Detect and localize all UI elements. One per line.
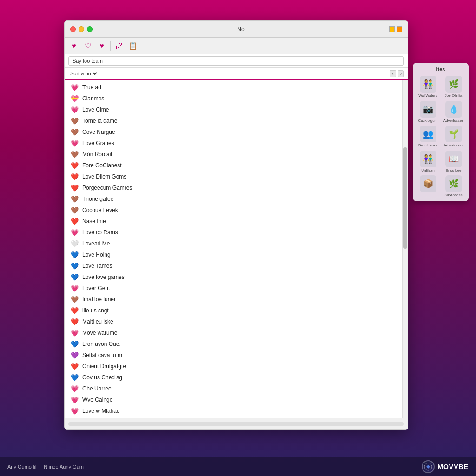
- panel-item[interactable]: 📖 Enco lore: [442, 151, 465, 173]
- traffic-lights: [70, 26, 93, 32]
- list-item-icon: ❤️: [70, 161, 79, 170]
- panel-item[interactable]: 🌿 Joe Olinlia: [442, 76, 465, 98]
- window-controls-right: [389, 26, 402, 32]
- close-button[interactable]: [70, 26, 76, 32]
- horizontal-scrollbar[interactable]: [68, 422, 404, 426]
- list-item[interactable]: ❤️ Onieut Drulgatgte: [65, 361, 402, 372]
- list-item[interactable]: 💗 True ad: [65, 82, 402, 93]
- list-item[interactable]: 💗 Love Granes: [65, 138, 402, 149]
- list-item-text: Love Dilem Goms: [82, 173, 126, 180]
- list-item-icon: 💗: [70, 407, 79, 415]
- list-item[interactable]: ❤️ Nase Inie: [65, 216, 402, 227]
- panel-item[interactable]: 🌿 SinAosess: [442, 175, 465, 198]
- desktop: No ♥ ♡ ♥ 🖊 📋 ··· Sort a on ‹: [0, 0, 476, 476]
- panel-item-label: WallWaters: [418, 93, 437, 98]
- list-item-icon: 💙: [70, 340, 79, 348]
- prev-arrow[interactable]: ‹: [390, 70, 396, 77]
- list-item-text: Cianmes: [82, 95, 104, 102]
- list-item[interactable]: 🤎 Tome la dame: [65, 115, 402, 126]
- list-item[interactable]: 💙 Love Hoing: [65, 249, 402, 260]
- list-item[interactable]: 💝 Cianmes: [65, 93, 402, 104]
- list-item[interactable]: ❤️ Maltl eu iske: [65, 316, 402, 327]
- list-item[interactable]: 💗 Love Cime: [65, 104, 402, 115]
- list-item[interactable]: ❤️ lile us sngt: [65, 305, 402, 316]
- panel-item-icon: 💧: [445, 101, 462, 118]
- right-panel: Ites 👫 WallWaters 🌿 Joe Olinlia 📷 Cuckio…: [413, 63, 469, 201]
- toolbar-heart2-icon[interactable]: ♡: [82, 40, 93, 52]
- toolbar-clipboard-icon[interactable]: 📋: [127, 40, 139, 52]
- toolbar-pen-icon[interactable]: 🖊: [113, 40, 125, 52]
- list-item[interactable]: 💗 Love co Rams: [65, 227, 402, 238]
- taskbar-right: MOVVBE: [422, 460, 469, 473]
- list-item[interactable]: 💙 Lron ayon Oue.: [65, 338, 402, 350]
- list-item-icon: ❤️: [70, 217, 79, 225]
- list-item[interactable]: 💗 Wve Cainge: [65, 394, 402, 405]
- list-item[interactable]: 💙 Oov us Ched sg: [65, 372, 402, 383]
- movve-icon: [422, 460, 435, 473]
- toolbar-heart3-icon[interactable]: ♥: [96, 40, 107, 52]
- list-item[interactable]: 🤎 Cove Nargue: [65, 126, 402, 138]
- list-item[interactable]: 🤎 Tnone gatee: [65, 193, 402, 205]
- list-item-text: Ohe Uarree: [82, 385, 112, 392]
- list-item[interactable]: 💗 Love w Mlahad: [65, 405, 402, 416]
- panel-item[interactable]: 👫 Unlilezn: [416, 151, 439, 173]
- next-arrow[interactable]: ›: [398, 70, 404, 77]
- toolbar-heart1-icon[interactable]: ♥: [68, 40, 79, 52]
- taskbar-right-text: Nlinee Auny Gam: [44, 464, 84, 469]
- list-item-icon: 🤎: [70, 295, 79, 304]
- panel-item[interactable]: 👥 BalleHloser: [416, 126, 439, 148]
- list-item-text: Wve Cainge: [82, 397, 112, 403]
- list-item-icon: 💙: [70, 262, 79, 270]
- list-item[interactable]: 💗 Move warume: [65, 327, 402, 338]
- maximize-btn[interactable]: [397, 26, 402, 32]
- panel-item[interactable]: 💧 Adverlozzes: [442, 101, 465, 123]
- scrollbar[interactable]: [402, 80, 408, 418]
- list-item-text: Move warume: [82, 330, 117, 336]
- panel-item[interactable]: 📷 Cuckiolgum: [416, 101, 439, 123]
- list-item[interactable]: ❤️ Fore GoClanest: [65, 160, 402, 171]
- panel-item[interactable]: 👫 WallWaters: [416, 76, 439, 98]
- list-container[interactable]: 💗 True ad 💝 Cianmes 💗 Love Cime 🤎 Tome l…: [65, 80, 402, 418]
- list-item[interactable]: 💗 Lover Gen.: [65, 283, 402, 294]
- list-item[interactable]: ❤️ Porgeecum Gamres: [65, 182, 402, 193]
- panel-item-icon: 🌱: [445, 126, 462, 142]
- filter-arrows: ‹ ›: [390, 70, 404, 77]
- minimize-btn[interactable]: [389, 26, 395, 32]
- panel-item-icon: 👫: [420, 76, 436, 93]
- scroll-thumb[interactable]: [403, 147, 407, 249]
- list-item-icon: 💝: [70, 94, 79, 103]
- toolbar-more-icon[interactable]: ···: [141, 40, 152, 52]
- list-item-text: Imal loe luner: [82, 296, 116, 303]
- list-item-icon: ❤️: [70, 317, 79, 326]
- list-item[interactable]: 🤎 Imal loe luner: [65, 294, 402, 305]
- list-item-icon: 💜: [70, 351, 79, 359]
- panel-item[interactable]: 📦: [416, 175, 439, 198]
- list-item-icon: 💗: [70, 384, 79, 393]
- maximize-button[interactable]: [87, 26, 93, 32]
- panel-item-label: Cuckiolgum: [418, 119, 438, 123]
- minimize-button[interactable]: [79, 26, 84, 32]
- list-item-icon: ❤️: [70, 184, 79, 192]
- search-input[interactable]: [68, 56, 404, 66]
- sort-select[interactable]: Sort a on: [68, 70, 99, 77]
- list-item-text: Love love games: [82, 274, 125, 280]
- list-item[interactable]: 💙 Love Tames: [65, 260, 402, 271]
- list-item[interactable]: 💙 Love love games: [65, 271, 402, 283]
- list-item[interactable]: 🤎 Cocoue Levek: [65, 205, 402, 216]
- panel-title: Ites: [416, 66, 465, 72]
- movve-logo[interactable]: MOVVBE: [422, 460, 469, 473]
- toolbar: ♥ ♡ ♥ 🖊 📋 ···: [65, 38, 408, 54]
- list-item-text: Love Cime: [82, 106, 109, 113]
- list-item[interactable]: ❤️ Love Dilem Goms: [65, 171, 402, 182]
- title-bar: No: [65, 21, 408, 38]
- list-item[interactable]: 🤍 Lovead Me: [65, 238, 402, 249]
- list-item-icon: 💙: [70, 373, 79, 382]
- panel-item[interactable]: 🌱 Adverinzers: [442, 126, 465, 148]
- list-item[interactable]: 💜 Setlat cava tu m: [65, 350, 402, 361]
- list-item[interactable]: 💗 Ohe Uarree: [65, 383, 402, 394]
- list-item-text: Porgeecum Gamres: [82, 185, 132, 191]
- taskbar: Any Gumo lil Nlinee Auny Gam MOVVBE: [0, 457, 476, 476]
- list-item-text: Love Tames: [82, 263, 112, 269]
- panel-item-label: Unlilezn: [421, 168, 434, 173]
- list-item[interactable]: 🤎 Món Rorcail: [65, 149, 402, 160]
